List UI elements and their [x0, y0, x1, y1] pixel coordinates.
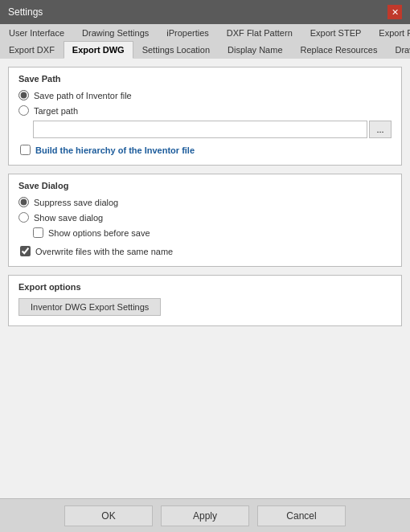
target-path-input[interactable] [33, 121, 367, 138]
tab-drawing-functions[interactable]: Drawing functions [387, 41, 411, 59]
tab-display-name[interactable]: Display Name [219, 41, 291, 59]
save-dialog-title: Save Dialog [18, 181, 392, 190]
tab-export-dxf[interactable]: Export DXF [0, 41, 64, 59]
save-path-target-label: Target path [34, 106, 78, 116]
save-dialog-section: Save Dialog Suppress save dialog Show sa… [8, 174, 402, 267]
close-button[interactable]: ✕ [387, 5, 402, 19]
tab-drawing-settings[interactable]: Drawing Settings [73, 24, 158, 41]
save-path-target-radio[interactable] [18, 105, 29, 116]
apply-button[interactable]: Apply [161, 505, 249, 526]
tab-export-pdf[interactable]: Export PDF [370, 24, 410, 41]
hierarchy-checkbox[interactable] [20, 145, 31, 155]
tab-row-1: User Interface Drawing Settings iPropert… [0, 24, 410, 41]
target-input-row: ... [18, 121, 392, 138]
show-options-checkbox[interactable] [33, 227, 43, 238]
save-path-inventor-label: Save path of Inventor file [34, 91, 132, 100]
save-dialog-radio-row-2: Show save dialog [18, 212, 392, 223]
show-dialog-label: Show save dialog [34, 213, 103, 223]
browse-button[interactable]: ... [369, 121, 392, 138]
show-options-label: Show options before save [48, 228, 150, 238]
tab-dxf-flat-pattern[interactable]: DXF Flat Pattern [218, 24, 301, 41]
save-path-section: Save Path Save path of Inventor file Tar… [8, 67, 402, 166]
hierarchy-checkbox-row: Build the hierarchy of the Inventor file [18, 145, 392, 155]
ok-button[interactable]: OK [64, 505, 153, 526]
save-path-radio-row-2: Target path [18, 105, 392, 116]
inventor-dwg-export-button[interactable]: Inventor DWG Export Settings [18, 298, 161, 316]
tab-export-step[interactable]: Export STEP [301, 24, 371, 41]
save-path-inventor-radio[interactable] [18, 90, 29, 100]
suppress-dialog-label: Suppress save dialog [34, 198, 118, 207]
show-dialog-radio[interactable] [18, 212, 29, 223]
overwrite-row: Overwrite files with the same name [18, 246, 392, 256]
cancel-button[interactable]: Cancel [257, 505, 346, 526]
export-options-section: Export options Inventor DWG Export Setti… [8, 275, 402, 326]
overwrite-checkbox[interactable] [20, 246, 31, 256]
save-path-title: Save Path [18, 74, 392, 84]
tab-replace-resources[interactable]: Replace Resources [292, 41, 387, 59]
tab-row-2: Export DXF Export DWG Settings Location … [0, 41, 410, 59]
tab-export-dwg[interactable]: Export DWG [64, 41, 133, 59]
tab-iproperties[interactable]: iProperties [158, 24, 218, 41]
export-options-title: Export options [18, 282, 392, 292]
close-icon: ✕ [392, 7, 399, 18]
save-dialog-radio-row-1: Suppress save dialog [18, 197, 392, 207]
save-path-radio-row-1: Save path of Inventor file [18, 90, 392, 100]
suppress-dialog-radio[interactable] [18, 197, 29, 207]
overwrite-label: Overwrite files with the same name [35, 247, 173, 256]
tab-settings-location[interactable]: Settings Location [133, 41, 219, 59]
title-bar-text: Settings [8, 6, 43, 18]
bottom-bar: OK Apply Cancel [0, 498, 410, 532]
hierarchy-label: Build the hierarchy of the Inventor file [35, 145, 195, 155]
tab-user-interface[interactable]: User Interface [0, 24, 73, 41]
show-options-row: Show options before save [18, 227, 392, 238]
